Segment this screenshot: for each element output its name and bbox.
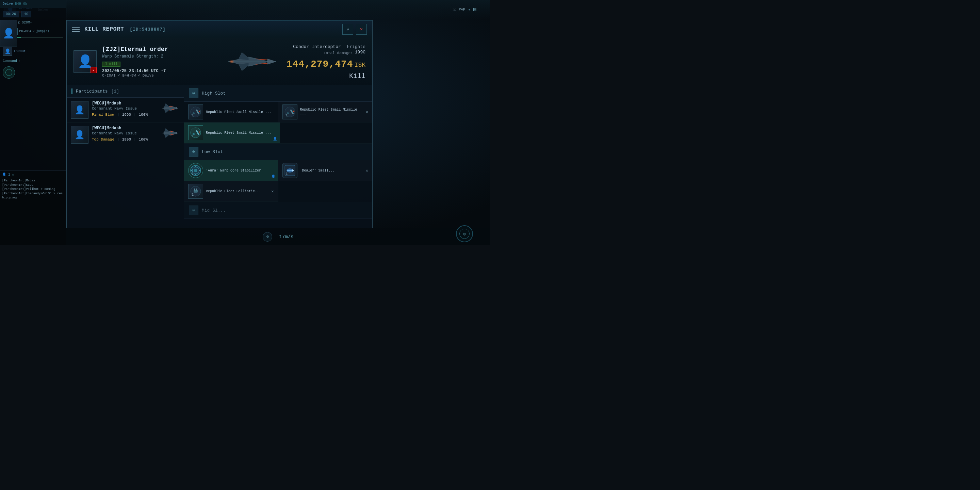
high-slot-icon: ⊙ (189, 89, 198, 98)
time-display: 00:26 (3, 11, 19, 18)
low-slot-icon-2 (282, 163, 298, 178)
equip-icon-wrapper-low-2: 1 (282, 163, 298, 178)
thecar-avatar[interactable]: 👤 (3, 46, 12, 56)
participant-item-1[interactable]: 👤 [WECU]Mrdash Cormorant Navy Issue Fina… (67, 98, 184, 123)
filter-icon[interactable]: ⊟ (473, 6, 476, 13)
chevron-down-icon[interactable]: ▾ (468, 8, 471, 12)
zone-display: 4G (21, 11, 31, 18)
game-sidebar: Delve B4H-9W 00:26 4G 5.0% Z G20M- ⏸ 📡 P… (0, 0, 66, 245)
equipment-column: ⊙ High Slot (184, 85, 372, 228)
compass-inner: ◎ (460, 229, 469, 239)
stat-sep-1: | (117, 113, 119, 117)
compass-wheel[interactable]: ◎ (456, 225, 473, 242)
pvp-indicator: ⚔ PvP ▾ ⊟ (453, 6, 476, 13)
high-slot-item-1[interactable]: 1 Republic Fleet Small Missile ... (184, 102, 278, 123)
target-inner (5, 69, 12, 76)
low-slot-item-1[interactable]: 1 'Aura' Warp Core Stabilizer 👤 (184, 160, 278, 181)
command-arrow[interactable]: › (18, 60, 20, 63)
low-slot-icon-1 (188, 163, 203, 178)
low-selected-indicator: 👤 (271, 175, 275, 179)
kill-report-header: KILL REPORT [ID:5438807] ↗ ✕ (67, 21, 372, 38)
mail-icon: ✉ (12, 172, 14, 177)
ship-name-type: Condor Interceptor Frigate (286, 43, 366, 50)
total-damage-value: 1990 (355, 50, 366, 55)
high-slot-name-1: Republic Fleet Small Missile ... (206, 110, 274, 115)
kill-report-banner: 👤 ■ [ZJZ]Eternal order Warp Scramble Str… (67, 38, 372, 85)
kill-report-body: Participants [1] 👤 [WECU]Mrdash Cormoran… (67, 85, 372, 228)
mid-slot-title: Mid Sl... (202, 208, 226, 213)
stat-sep-4: | (134, 137, 136, 142)
isk-row: 144,279,474 ISK (286, 59, 366, 69)
low-slot-grid: 1 'Aura' Warp Core Stabilizer 👤 (184, 160, 372, 202)
participant-damage-2: 1990 (122, 137, 131, 142)
high-slot-drop-x-2[interactable]: ✕ (366, 110, 368, 115)
thecar-row: 👤 thecar (3, 46, 63, 56)
high-slot-item-2[interactable]: 1 Republic Fleet Small Missile ... ✕ (278, 102, 372, 123)
gear-icon[interactable]: ⚙ (263, 232, 272, 242)
section-bar (72, 89, 73, 94)
target-icon[interactable] (3, 66, 15, 79)
hamburger-line-1 (72, 27, 80, 27)
corp-badge: ■ (91, 67, 97, 73)
low-drop-x-2[interactable]: ✕ (366, 168, 368, 173)
stat-sep-2: | (134, 113, 136, 117)
high-slot-header: ⊙ High Slot (184, 85, 372, 102)
thecar-name: thecar (14, 49, 26, 53)
speed-display: 17m/s (279, 234, 293, 240)
svg-rect-48 (196, 189, 197, 191)
low-slot-header: ⊙ Low Slot (184, 143, 372, 160)
victim-face: 👤 (78, 54, 93, 69)
high-slot-qty-1: 1 (192, 114, 194, 118)
low-slot-qty-1: 1 (192, 172, 194, 176)
mid-slot-icon: ⊙ (189, 205, 198, 215)
target-area (3, 66, 63, 79)
kill-report-panel: KILL REPORT [ID:5438807] ↗ ✕ 👤 ■ [ZJZ]Et… (66, 20, 372, 228)
command-label: Command (3, 59, 17, 63)
high-slot-qty-3: 1 (192, 134, 194, 138)
svg-marker-11 (176, 107, 178, 110)
export-button[interactable]: ↗ (342, 24, 353, 35)
low-slot-icon: ⊙ (189, 147, 198, 156)
bottom-hud: ⚙ 17m/s ◎ (66, 228, 490, 245)
participant-avatar-1: 👤 (71, 101, 89, 119)
location-label: PR-BCA (19, 30, 31, 33)
command-row: Command › (3, 59, 63, 63)
chat-area: 👤 1 ✉ [PantheonInt]Mrdas [PantheonInt]SL… (0, 170, 66, 245)
header-left: KILL REPORT [ID:5438807] (72, 26, 166, 32)
isk-value: 144,279,474 (286, 59, 353, 69)
menu-button[interactable] (72, 27, 80, 32)
high-slot-title: High Slot (202, 91, 226, 96)
low-slot-name-3: Republic Fleet Ballistic... (206, 189, 269, 194)
sidebar-location: B4H-9W (15, 2, 27, 6)
svg-marker-12 (164, 103, 169, 108)
kill-badge: l Kill (102, 62, 121, 67)
chat-header: 👤 1 ✉ (2, 172, 64, 177)
high-slot-qty-2: 1 (286, 114, 288, 118)
participant-item-2[interactable]: 👤 [WECU]Mrdash Cormorant Navy Issue Top … (67, 123, 184, 147)
participant-ship-svg-1 (159, 102, 179, 115)
mid-slot-header-partial: ⊙ Mid Sl... (184, 202, 372, 219)
low-slot-icon-3 (188, 184, 203, 199)
swords-icon: ⚔ (453, 7, 456, 13)
equip-icon-wrapper-2: 1 (282, 105, 298, 119)
svg-marker-13 (164, 109, 169, 113)
high-slot-grid: 1 Republic Fleet Small Missile ... (184, 102, 372, 143)
jump-label: 2 jump(s) (33, 30, 49, 33)
participant-ship-1: Cormorant Navy Issue (92, 107, 155, 111)
svg-marker-19 (164, 134, 169, 138)
participants-header: Participants [1] (67, 85, 184, 98)
participant-damage-1: 1990 (122, 113, 131, 117)
high-slot-icon-2 (282, 105, 298, 119)
low-slot-item-3[interactable]: 1 Republic Fleet Ballistic... ✕ (184, 181, 278, 202)
high-slot-item-3[interactable]: 1 Republic Fleet Small Missile ... 👤 (184, 123, 280, 143)
close-button[interactable]: ✕ (356, 24, 367, 35)
chat-line-2: [PantheonInt]SLUG (2, 183, 64, 188)
svg-rect-47 (194, 189, 195, 191)
participant-pct-2: 100% (139, 137, 148, 142)
selected-indicator: 👤 (273, 137, 277, 141)
low-slot-item-2[interactable]: 1 'Dealer' Small... ✕ (278, 160, 372, 181)
high-slot-icon-3 (188, 125, 203, 140)
low-drop-x-3[interactable]: ✕ (271, 189, 274, 194)
chat-line-4: [PantheonInt]thecandymOn131 > reshipppin… (2, 192, 64, 200)
kill-report-title: KILL REPORT [ID:5438807] (84, 26, 166, 32)
